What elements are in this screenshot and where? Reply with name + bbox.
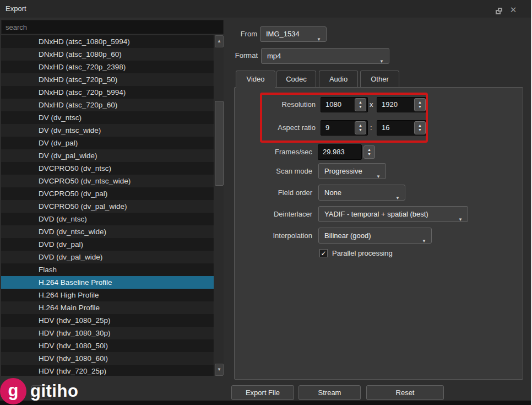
spin-down-icon: ▼: [359, 128, 362, 132]
spin-down-icon: ▼: [367, 152, 371, 156]
aspect-numerator-spinner[interactable]: 9 ▲ ▼: [321, 120, 368, 136]
spin-up-icon: ▲: [359, 100, 362, 105]
chevron-down-icon: ▼: [395, 191, 400, 206]
preset-list-item[interactable]: DVCPRO50 (dv_pal_wide): [1, 200, 214, 213]
preset-list-item[interactable]: DNxHD (atsc_1080p_60): [1, 48, 214, 61]
float-window-icon[interactable]: [493, 7, 504, 17]
from-dropdown[interactable]: IMG_1534 ▼: [260, 26, 327, 42]
search-input[interactable]: [1, 20, 224, 34]
from-label: From: [219, 30, 257, 39]
format-value: mp4: [267, 52, 281, 60]
preset-list-item[interactable]: DNxHD (atsc_720p_5994): [1, 86, 214, 99]
spin-down-icon: ▼: [418, 128, 422, 132]
settings-tab[interactable]: Codec: [276, 71, 316, 87]
preset-list-item[interactable]: DVD (dv_pal_wide): [1, 251, 214, 263]
preset-list-item[interactable]: DNxHD (atsc_720p_60): [1, 99, 214, 111]
preset-list-item[interactable]: DVCPRO50 (dv_ntsc_wide): [1, 175, 214, 187]
frames-per-sec-field[interactable]: 29.983: [318, 144, 362, 160]
close-icon[interactable]: ✕: [508, 5, 519, 15]
frames-per-sec-label: Frames/sec: [235, 148, 312, 156]
scan-mode-dropdown[interactable]: Progressive ▼: [318, 163, 386, 179]
preset-list-item[interactable]: H.264 Main Profile: [1, 301, 214, 314]
deinterlacer-dropdown[interactable]: YADIF - temporal + spatial (best) ▼: [318, 206, 468, 222]
preset-list-item[interactable]: HDV (hdv_1080_60i): [1, 352, 214, 365]
export-file-button[interactable]: Export File: [231, 385, 294, 400]
resolution-label: Resolution: [249, 100, 316, 109]
aspect-denominator-spinner[interactable]: 16 ▲ ▼: [377, 120, 427, 136]
parallel-processing-checkbox[interactable]: ✓: [319, 249, 328, 257]
scan-mode-label: Scan mode: [235, 167, 312, 176]
preset-list-item[interactable]: DVCPRO50 (dv_ntsc): [1, 162, 214, 175]
preset-list-item[interactable]: HDV (hdv_720_25p): [1, 365, 214, 376]
frames-per-sec-value: 29.983: [323, 148, 345, 156]
settings-tab[interactable]: Other: [360, 71, 399, 87]
aspect-denominator-value: 16: [382, 123, 389, 132]
reset-button[interactable]: Reset: [366, 385, 444, 400]
preset-list-item[interactable]: HDV (hdv_1080_50i): [1, 339, 214, 352]
preset-list-item[interactable]: DV (dv_pal_wide): [1, 149, 214, 162]
float-window-icon-part: [498, 8, 502, 12]
watermark: g gitiho: [0, 378, 78, 404]
window-title: Export: [6, 4, 26, 13]
spinner-buttons[interactable]: ▲ ▼: [355, 121, 366, 134]
interpolation-dropdown[interactable]: Bilinear (good) ▼: [318, 228, 432, 244]
preset-list-item[interactable]: DNxHD (atsc_720p_50): [1, 73, 214, 86]
preset-list-item[interactable]: DV (dv_ntsc_wide): [1, 124, 214, 137]
spinner-buttons[interactable]: ▲ ▼: [414, 98, 426, 111]
scrollbar-thumb[interactable]: [215, 101, 224, 186]
preset-list-item[interactable]: H.264 High Profile: [1, 289, 214, 301]
from-value: IMG_1534: [266, 30, 300, 38]
preset-list-item[interactable]: HDV (hdv_1080_30p): [1, 327, 214, 339]
interpolation-value: Bilinear (good): [324, 231, 371, 240]
spinner-buttons[interactable]: ▲ ▼: [355, 98, 366, 111]
chevron-down-icon: ▼: [376, 169, 381, 184]
deinterlacer-label: Deinterlacer: [235, 210, 312, 219]
scan-mode-value: Progressive: [324, 167, 362, 175]
preset-list: DNxHD (atsc_1080p_5994)DNxHD (atsc_1080p…: [1, 35, 214, 376]
deinterlacer-value: YADIF - temporal + spatial (best): [324, 210, 428, 218]
interpolation-label: Interpolation: [235, 231, 312, 240]
frames-per-sec-spinner-buttons[interactable]: ▲ ▼: [363, 145, 375, 159]
preset-list-item[interactable]: DVD (dv_pal): [1, 238, 214, 251]
settings-tab[interactable]: Video: [236, 71, 275, 88]
preset-list-scrollbar[interactable]: ▲ ▼: [214, 35, 224, 376]
aspect-ratio-separator: :: [370, 123, 372, 132]
stream-button[interactable]: Stream: [298, 385, 361, 400]
preset-list-item[interactable]: DVD (dv_ntsc): [1, 213, 214, 225]
aspect-numerator-value: 9: [325, 123, 329, 132]
aspect-ratio-label: Aspect ratio: [238, 123, 316, 132]
preset-list-item[interactable]: DVD (dv_ntsc_wide): [1, 225, 214, 238]
spinner-buttons[interactable]: ▲ ▼: [414, 121, 426, 134]
preset-list-item[interactable]: DVCPRO50 (dv_pal): [1, 187, 214, 200]
checkmark-icon: ✓: [321, 250, 326, 257]
field-order-value: None: [324, 188, 341, 197]
spin-up-icon: ▲: [418, 123, 422, 128]
format-dropdown[interactable]: mp4 ▼: [261, 48, 389, 64]
settings-tab[interactable]: Audio: [319, 71, 358, 87]
spin-down-icon: ▼: [418, 105, 422, 109]
scroll-down-icon[interactable]: ▼: [215, 364, 224, 376]
preset-list-item[interactable]: DV (dv_ntsc): [1, 111, 214, 124]
resolution-width-spinner[interactable]: 1080 ▲ ▼: [321, 97, 368, 112]
gitiho-logo-icon: g: [0, 378, 26, 404]
spin-up-icon: ▲: [359, 123, 362, 128]
preset-list-item[interactable]: DNxHD (atsc_1080p_5994): [1, 35, 214, 48]
window-bottom-edge: [0, 401, 532, 405]
resolution-width-value: 1080: [325, 100, 341, 109]
chevron-down-icon: ▼: [317, 33, 321, 47]
preset-list-item[interactable]: H.264 Baseline Profile: [1, 276, 214, 289]
preset-list-item[interactable]: HDV (hdv_1080_25p): [1, 314, 214, 327]
spin-up-icon: ▲: [418, 100, 422, 105]
watermark-text: gitiho: [30, 381, 78, 401]
field-order-label: Field order: [235, 188, 312, 197]
chevron-down-icon: ▼: [379, 54, 384, 69]
preset-list-item[interactable]: DNxHD (atsc_720p_2398): [1, 61, 214, 73]
preset-list-item[interactable]: Flash: [1, 263, 214, 276]
preset-list-item[interactable]: DV (dv_pal): [1, 137, 214, 149]
resolution-separator: x: [370, 100, 373, 109]
parallel-processing-label: Parallel processing: [332, 249, 393, 257]
spin-up-icon: ▲: [367, 148, 371, 152]
spin-down-icon: ▼: [359, 105, 362, 109]
resolution-height-spinner[interactable]: 1920 ▲ ▼: [377, 97, 427, 112]
field-order-dropdown[interactable]: None ▼: [318, 185, 405, 201]
